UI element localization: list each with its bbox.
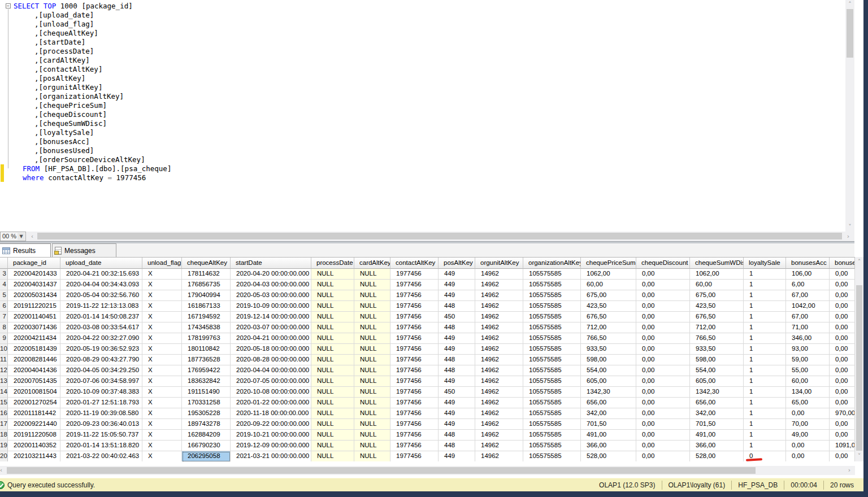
grid-cell[interactable]: 14962 — [475, 365, 523, 376]
grid-cell[interactable]: NULL — [354, 312, 390, 322]
grid-cell[interactable]: NULL — [354, 333, 390, 344]
grid-cell[interactable]: 2020-04-04 00:34:43.093 — [60, 280, 142, 290]
grid-cell[interactable]: 1977456 — [390, 322, 439, 333]
grid-cell[interactable]: 93,00 — [786, 344, 830, 355]
grid-cell[interactable]: 1977456 — [390, 387, 439, 398]
grid-cell[interactable]: 0,00 — [636, 280, 690, 290]
grid-cell[interactable]: NULL — [311, 451, 354, 461]
chevron-down-icon[interactable]: ˅ — [845, 223, 854, 231]
grid-cell[interactable]: 1 — [744, 376, 786, 387]
grid-cell[interactable]: 202004211434 — [8, 333, 60, 344]
grid-cell[interactable]: 448 — [439, 365, 475, 376]
grid-cell[interactable]: 167194592 — [182, 312, 231, 322]
grid-cell[interactable]: 2020-01-27 12:51:18.793 — [60, 398, 142, 408]
column-header-bonusesAcc[interactable]: bonusesAcc — [786, 258, 830, 269]
row-header[interactable]: 17 — [0, 419, 8, 430]
grid-cell[interactable]: 0,00 — [830, 344, 855, 355]
grid-cell[interactable]: 1 — [744, 322, 786, 333]
grid-cell[interactable]: 0,00 — [830, 355, 855, 365]
grid-cell[interactable]: 0,00 — [636, 290, 690, 301]
grid-cell[interactable]: 1 — [744, 398, 786, 408]
grid-cell[interactable]: 675,00 — [690, 290, 744, 301]
grid-cell[interactable]: 366,00 — [581, 441, 636, 451]
chevron-up-icon[interactable]: ˄ — [845, 1, 854, 8]
grid-cell[interactable]: X — [142, 322, 182, 333]
grid-cell[interactable]: 2020-01-14 13:51:18.820 — [60, 441, 142, 451]
grid-cell[interactable]: 2020-01-22 00:00:00.000 — [231, 398, 311, 408]
grid-cell[interactable]: 0,00 — [830, 312, 855, 322]
grid-cell[interactable]: 554,00 — [690, 365, 744, 376]
grid-cell[interactable]: 1977456 — [390, 398, 439, 408]
grid-cell[interactable]: 1977456 — [390, 333, 439, 344]
grid-cell[interactable]: 1 — [744, 269, 786, 280]
row-header[interactable]: 8 — [0, 322, 8, 333]
grid-cell[interactable]: 14962 — [475, 344, 523, 355]
grid-cell[interactable]: 448 — [439, 430, 475, 441]
grid-cell[interactable]: 970,00 — [830, 408, 855, 419]
grid-cell[interactable]: 2020-11-18 00:00:00.000 — [231, 408, 311, 419]
grid-cell[interactable]: 1042,00 — [786, 301, 830, 312]
grid-cell[interactable]: X — [142, 344, 182, 355]
grid-cell[interactable]: 701,50 — [581, 419, 636, 430]
grid-cell[interactable]: X — [142, 290, 182, 301]
grid-cell[interactable]: 105575585 — [523, 344, 581, 355]
grid-cell[interactable]: 14962 — [475, 430, 523, 441]
grid-cell[interactable]: 0,00 — [830, 376, 855, 387]
grid-cell[interactable]: 55,00 — [786, 365, 830, 376]
grid-cell[interactable]: 0,00 — [830, 301, 855, 312]
grid-cell[interactable]: 166790230 — [182, 441, 231, 451]
grid-cell[interactable]: 449 — [439, 290, 475, 301]
chevron-right-icon[interactable]: › — [844, 233, 852, 240]
grid-cell[interactable]: X — [142, 269, 182, 280]
grid-cell[interactable]: NULL — [311, 322, 354, 333]
grid-cell[interactable]: 2020-09-22 00:00:00.000 — [231, 419, 311, 430]
grid-cell[interactable]: 174345838 — [182, 322, 231, 333]
grid-cell[interactable]: X — [142, 365, 182, 376]
grid-cell[interactable]: 1977456 — [390, 269, 439, 280]
row-header[interactable]: 9 — [0, 333, 8, 344]
row-header[interactable]: 6 — [0, 301, 8, 312]
grid-cell[interactable]: 2020-08-28 00:00:00.000 — [231, 355, 311, 365]
grid-cell[interactable]: 2020-03-08 00:33:54.617 — [60, 322, 142, 333]
grid-cell[interactable]: NULL — [354, 269, 390, 280]
grid-cell[interactable]: NULL — [311, 280, 354, 290]
grid-cell[interactable]: 2020-05-03 00:00:00.000 — [231, 290, 311, 301]
column-header-startDate[interactable]: startDate — [231, 258, 311, 269]
column-header-posAltKey[interactable]: posAltKey — [439, 258, 475, 269]
grid-cell[interactable]: 366,00 — [690, 441, 744, 451]
grid-cell[interactable]: NULL — [354, 280, 390, 290]
grid-cell[interactable]: 676,50 — [581, 312, 636, 322]
row-header[interactable]: 3 — [0, 269, 8, 280]
grid-cell[interactable]: 1977456 — [390, 301, 439, 312]
grid-cell[interactable]: 449 — [439, 344, 475, 355]
grid-cell[interactable]: 766,50 — [581, 333, 636, 344]
grid-corner[interactable] — [0, 258, 8, 269]
grid-cell[interactable]: 766,50 — [690, 333, 744, 344]
editor-hscroll-thumb[interactable] — [37, 233, 842, 239]
grid-cell[interactable]: 0,00 — [786, 408, 830, 419]
grid-cell[interactable]: 202004201433 — [8, 269, 60, 280]
grid-cell[interactable]: 6,00 — [786, 280, 830, 290]
grid-cell[interactable]: 1977456 — [390, 441, 439, 451]
grid-cell[interactable]: 449 — [439, 451, 475, 461]
column-header-contactAltKey[interactable]: contactAltKey — [390, 258, 439, 269]
grid-cell[interactable]: 105575585 — [523, 301, 581, 312]
grid-cell[interactable]: 105575585 — [523, 398, 581, 408]
grid-cell[interactable]: 1 — [744, 301, 786, 312]
grid-cell[interactable]: NULL — [311, 376, 354, 387]
grid-cell[interactable]: 189743278 — [182, 419, 231, 430]
grid-cell[interactable]: 2020-07-05 00:00:00.000 — [231, 376, 311, 387]
grid-cell[interactable]: 1977456 — [390, 376, 439, 387]
grid-cell[interactable]: 449 — [439, 376, 475, 387]
grid-cell[interactable]: NULL — [354, 441, 390, 451]
grid-cell[interactable]: 2020-05-04 00:32:56.760 — [60, 290, 142, 301]
grid-cell[interactable]: 448 — [439, 301, 475, 312]
grid-cell[interactable]: 105575585 — [523, 387, 581, 398]
grid-cell[interactable]: 105575585 — [523, 290, 581, 301]
grid-cell[interactable]: 450 — [439, 312, 475, 322]
grid-cell[interactable]: 1977456 — [390, 290, 439, 301]
grid-cell[interactable]: X — [142, 451, 182, 461]
grid-vertical-scrollbar[interactable]: ˄ ˅ — [855, 257, 863, 461]
grid-cell[interactable]: 2020-04-04 00:00:00.000 — [231, 365, 311, 376]
grid-cell[interactable]: 202007051435 — [8, 376, 60, 387]
